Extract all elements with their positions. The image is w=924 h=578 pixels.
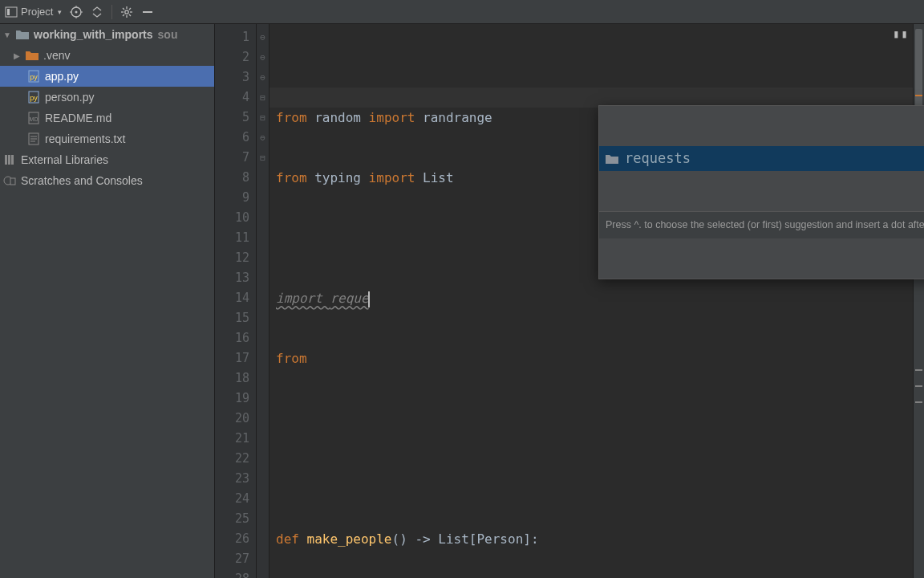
sidebar-item-readme[interactable]: MD README.md — [0, 108, 214, 128]
toolbar: Project — [0, 0, 924, 24]
completion-text: requests — [625, 149, 691, 169]
svg-line-13 — [123, 8, 124, 10]
editor: ▮▮ 1234567891011121314151617181920212223… — [215, 24, 924, 578]
svg-point-3 — [75, 10, 78, 13]
project-root-name: working_with_imports — [34, 28, 153, 41]
scratches-icon — [3, 174, 16, 187]
folder-icon — [16, 29, 29, 40]
toolbar-divider — [111, 5, 112, 19]
sidebar-item-label: person.py — [45, 91, 94, 104]
sidebar-item-label: app.py — [45, 70, 79, 83]
svg-rect-30 — [11, 155, 14, 165]
project-root-hint: sou — [158, 28, 178, 41]
library-icon — [3, 153, 16, 166]
completion-hint: Press ^. to choose the selected (or firs… — [599, 211, 924, 238]
svg-rect-28 — [5, 155, 7, 165]
svg-line-15 — [123, 14, 124, 16]
python-file-icon: py — [27, 70, 40, 83]
project-label: Project — [21, 6, 53, 18]
svg-point-8 — [125, 10, 128, 13]
minimize-icon[interactable] — [141, 6, 154, 18]
sidebar-item-label: README.md — [45, 112, 111, 124]
sidebar-external-libs[interactable]: External Libraries — [0, 149, 214, 170]
fold-gutter: ⊖ ⊖ ⊖ ⊟⊟ ⊖ ⊟ — [257, 24, 270, 578]
main-area: ▼ working_with_imports sou ▶ .venv py ap… — [0, 24, 924, 578]
project-sidebar: ▼ working_with_imports sou ▶ .venv py ap… — [0, 24, 215, 578]
svg-rect-32 — [10, 178, 15, 185]
svg-rect-29 — [8, 155, 10, 165]
sidebar-item-label: External Libraries — [21, 153, 108, 166]
svg-text:py: py — [30, 94, 38, 102]
sidebar-item-requirements[interactable]: requirements.txt — [0, 128, 214, 149]
md-file-icon: MD — [27, 112, 40, 124]
python-file-icon: py — [27, 91, 40, 104]
sidebar-item-venv[interactable]: ▶ .venv — [0, 45, 214, 66]
sidebar-item-label: .venv — [43, 49, 70, 62]
package-icon — [606, 153, 618, 165]
svg-line-16 — [129, 8, 131, 10]
line-number-gutter: 1234567891011121314151617181920212223242… — [215, 24, 257, 578]
text-caret — [368, 291, 370, 307]
expand-all-icon[interactable] — [91, 6, 103, 18]
svg-line-14 — [129, 14, 131, 16]
svg-text:py: py — [30, 73, 38, 81]
sidebar-item-app[interactable]: py app.py — [0, 66, 214, 87]
target-icon[interactable] — [70, 6, 83, 18]
svg-rect-17 — [143, 11, 152, 13]
sidebar-item-label: requirements.txt — [45, 132, 125, 145]
completion-item[interactable]: requests — [599, 146, 924, 171]
svg-rect-1 — [7, 9, 10, 15]
pause-indicator-icon: ▮▮ — [893, 27, 910, 40]
project-root[interactable]: ▼ working_with_imports sou — [0, 24, 214, 45]
svg-text:MD: MD — [30, 116, 38, 122]
sidebar-item-person[interactable]: py person.py — [0, 87, 214, 108]
folder-icon — [26, 50, 38, 61]
gear-icon[interactable] — [120, 6, 133, 18]
txt-file-icon — [27, 132, 40, 145]
sidebar-scratches[interactable]: Scratches and Consoles — [0, 170, 214, 191]
project-tool-icon — [5, 6, 18, 18]
code-area[interactable]: from random import randrange from typing… — [270, 24, 913, 578]
project-selector[interactable]: Project — [5, 6, 62, 18]
sidebar-item-label: Scratches and Consoles — [21, 174, 143, 187]
chevron-right-icon: ▶ — [13, 51, 21, 60]
chevron-down-icon: ▼ — [3, 31, 11, 39]
completion-popup[interactable]: requests Press ^. to choose the selected… — [598, 105, 924, 279]
